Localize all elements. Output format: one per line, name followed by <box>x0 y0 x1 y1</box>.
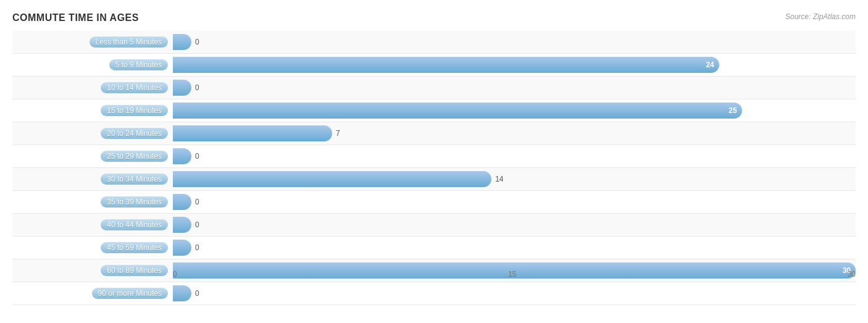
bar-track: 24 <box>173 57 856 73</box>
label-pill: 5 to 9 Minutes <box>109 59 168 70</box>
bar-row: 35 to 39 Minutes0 <box>12 191 856 214</box>
bar-row: 20 to 24 Minutes7 <box>12 122 856 145</box>
row-label: 10 to 14 Minutes <box>12 82 173 93</box>
bar-track: 0 <box>173 80 856 96</box>
bar-fill <box>173 194 191 210</box>
row-label: 25 to 29 Minutes <box>12 151 173 162</box>
bar-value-label: 24 <box>706 61 714 69</box>
chart-container: COMMUTE TIME IN AGES Source: ZipAtlas.co… <box>0 0 868 323</box>
label-pill: Less than 5 Minutes <box>90 36 168 48</box>
bar-track: 0 <box>173 285 856 301</box>
bar-fill <box>173 148 191 164</box>
label-pill: 45 to 59 Minutes <box>101 242 168 253</box>
bar-track: 0 <box>173 34 856 50</box>
bar-section: 0 <box>173 77 856 99</box>
label-pill: 25 to 29 Minutes <box>101 151 168 162</box>
bar-section: 0 <box>173 214 856 236</box>
bar-value-label: 0 <box>195 152 199 161</box>
bar-value-label: 14 <box>495 175 503 183</box>
x-axis: 01530 <box>173 267 856 286</box>
row-label: 90 or more Minutes <box>12 288 173 299</box>
row-label: 45 to 59 Minutes <box>12 242 173 253</box>
label-pill: 30 to 34 Minutes <box>101 174 168 185</box>
bar-value-label: 0 <box>195 220 199 229</box>
bar-value-label: 7 <box>336 129 340 138</box>
label-pill: 10 to 14 Minutes <box>101 82 168 93</box>
row-label: Less than 5 Minutes <box>12 36 173 48</box>
label-pill: 40 to 44 Minutes <box>101 219 168 230</box>
bar-fill <box>173 285 191 301</box>
bar-row: 5 to 9 Minutes24 <box>12 54 856 77</box>
label-pill: 90 or more Minutes <box>92 288 168 299</box>
row-label: 5 to 9 Minutes <box>12 59 173 70</box>
bar-track: 0 <box>173 194 856 210</box>
row-label: 40 to 44 Minutes <box>12 219 173 230</box>
bar-value-label: 0 <box>195 243 199 252</box>
label-pill: 20 to 24 Minutes <box>101 128 168 139</box>
row-label: 35 to 39 Minutes <box>12 196 173 208</box>
x-axis-tick: 15 <box>508 270 516 279</box>
bar-fill <box>173 217 191 233</box>
bar-section: 0 <box>173 31 856 53</box>
row-label: 60 to 89 Minutes <box>12 265 173 276</box>
bar-section: 7 <box>173 122 856 145</box>
bar-row: 15 to 19 Minutes25 <box>12 99 856 122</box>
bar-fill <box>173 240 191 256</box>
bar-fill <box>173 34 191 50</box>
x-axis-tick: 30 <box>848 270 856 279</box>
bar-track: 0 <box>173 148 856 164</box>
bar-value-label: 0 <box>195 83 199 92</box>
bar-value-label: 0 <box>195 289 199 298</box>
bar-fill <box>173 171 491 187</box>
chart-area: Less than 5 Minutes05 to 9 Minutes2410 t… <box>12 31 856 286</box>
bar-row: 25 to 29 Minutes0 <box>12 145 856 168</box>
label-pill: 35 to 39 Minutes <box>101 196 168 208</box>
bar-track: 7 <box>173 125 856 141</box>
bar-track: 0 <box>173 240 856 256</box>
bar-section: 14 <box>173 168 856 190</box>
bar-track: 0 <box>173 217 856 233</box>
label-pill: 60 to 89 Minutes <box>101 265 168 276</box>
bar-section: 0 <box>173 237 856 259</box>
row-label: 30 to 34 Minutes <box>12 174 173 185</box>
label-pill: 15 to 19 Minutes <box>101 105 168 116</box>
bar-track: 14 <box>173 171 856 187</box>
bar-row: Less than 5 Minutes0 <box>12 31 856 54</box>
bar-fill: 25 <box>173 103 742 119</box>
row-label: 20 to 24 Minutes <box>12 128 173 139</box>
bar-row: 30 to 34 Minutes14 <box>12 168 856 191</box>
bar-section: 0 <box>173 191 856 213</box>
bar-value-label: 25 <box>728 106 737 115</box>
source-label: Source: ZipAtlas.com <box>785 12 856 21</box>
bar-fill <box>173 80 191 96</box>
bar-track: 25 <box>173 103 856 119</box>
row-label: 15 to 19 Minutes <box>12 105 173 116</box>
bar-row: 10 to 14 Minutes0 <box>12 77 856 99</box>
bar-value-label: 0 <box>195 198 199 206</box>
bar-row: 40 to 44 Minutes0 <box>12 214 856 237</box>
x-axis-tick: 0 <box>173 270 177 279</box>
chart-title: COMMUTE TIME IN AGES <box>12 12 856 23</box>
rows-area: Less than 5 Minutes05 to 9 Minutes2410 t… <box>12 31 856 267</box>
bar-value-label: 0 <box>195 38 199 46</box>
bar-fill: 24 <box>173 57 719 73</box>
bar-row: 45 to 59 Minutes0 <box>12 237 856 259</box>
bar-section: 24 <box>173 54 856 76</box>
bar-fill <box>173 125 332 141</box>
bar-section: 0 <box>173 145 856 167</box>
bar-section: 25 <box>173 99 856 122</box>
